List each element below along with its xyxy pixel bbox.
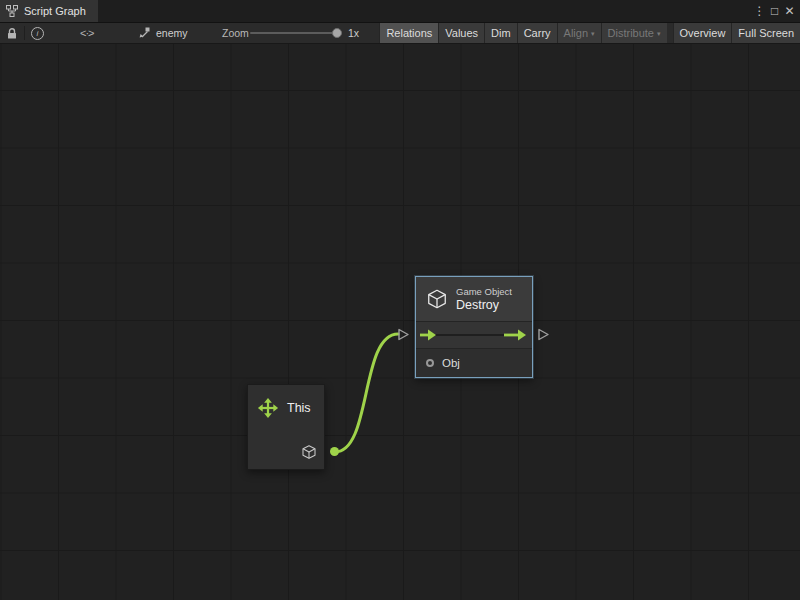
tab-title: Script Graph [24, 5, 86, 17]
flow-output-port[interactable] [537, 328, 550, 341]
script-graph-icon [6, 5, 18, 17]
flow-relation-arrows [416, 322, 532, 348]
node-this[interactable]: This [247, 384, 325, 470]
titlebar: Script Graph ⋮ □ ✕ [0, 0, 800, 22]
dim-button[interactable]: Dim [484, 23, 517, 43]
toolbar-buttons: Relations Values Dim Carry Align ▾ Distr… [379, 23, 800, 43]
breadcrumb[interactable]: enemy [138, 23, 188, 43]
connections-layer [0, 44, 800, 600]
values-button[interactable]: Values [438, 23, 484, 43]
relations-button[interactable]: Relations [379, 23, 438, 43]
align-dropdown[interactable]: Align ▾ [557, 23, 601, 43]
this-move-icon [257, 397, 279, 419]
node-title: Destroy [456, 298, 512, 313]
overview-button[interactable]: Overview [673, 23, 732, 43]
node-title: This [287, 401, 311, 415]
graph-name: enemy [156, 27, 188, 39]
kebab-menu-icon[interactable]: ⋮ [752, 0, 767, 22]
obj-input-port[interactable] [426, 359, 434, 367]
obj-port-label: Obj [442, 357, 460, 369]
zoom-value: 1x [348, 23, 359, 43]
close-icon[interactable]: ✕ [782, 0, 797, 22]
toolbar-separator [24, 26, 25, 40]
maximize-icon[interactable]: □ [767, 0, 782, 22]
obj-port-row: Obj [416, 349, 532, 377]
zoom-slider-handle[interactable] [332, 28, 342, 38]
carry-button[interactable]: Carry [517, 23, 557, 43]
graph-canvas[interactable]: Game Object Destroy Obj [0, 44, 800, 600]
node-destroy-header: Game Object Destroy [416, 277, 532, 321]
toolbar: i <·> enemy Zoom 1x Relations Values Dim… [0, 22, 800, 44]
flow-connection[interactable] [335, 334, 398, 452]
zoom-slider-track[interactable] [250, 32, 342, 34]
tab-script-graph[interactable]: Script Graph [0, 0, 98, 22]
flow-relation-row [416, 321, 532, 349]
lock-icon[interactable] [6, 23, 18, 43]
connection-endpoint-dot[interactable] [330, 447, 339, 456]
zoom-label: Zoom [222, 23, 249, 43]
node-destroy[interactable]: Game Object Destroy Obj [415, 276, 533, 378]
node-category: Game Object [456, 286, 512, 298]
code-view-icon[interactable]: <·> [80, 23, 94, 43]
graph-asset-icon [138, 27, 150, 39]
distribute-dropdown[interactable]: Distribute ▾ [601, 23, 667, 43]
zoom-slider[interactable] [250, 23, 342, 43]
chevron-down-icon: ▾ [657, 30, 661, 37]
fullscreen-button[interactable]: Full Screen [731, 23, 800, 43]
game-object-cube-icon [426, 288, 448, 310]
info-icon[interactable]: i [31, 23, 44, 43]
flow-input-port[interactable] [397, 328, 410, 341]
chevron-down-icon: ▾ [591, 30, 595, 37]
gameobject-output-port[interactable] [301, 444, 317, 460]
window-controls: ⋮ □ ✕ [752, 0, 800, 22]
